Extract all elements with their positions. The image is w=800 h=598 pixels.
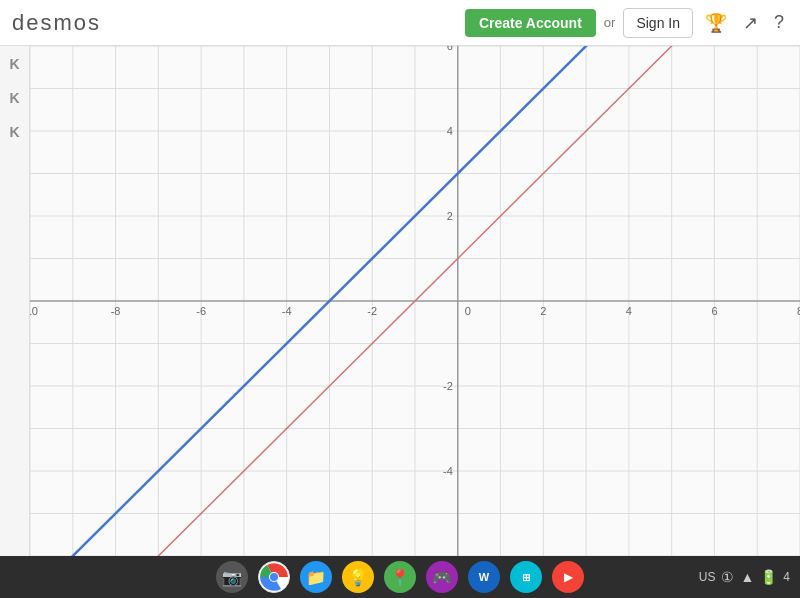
taskbar-idea-icon[interactable]: 💡	[342, 561, 374, 593]
trophy-icon[interactable]: 🏆	[701, 8, 731, 38]
taskbar-win-icon[interactable]: ⊞	[510, 561, 542, 593]
main-area: K K K	[0, 46, 800, 556]
header: desmos Create Account or Sign In 🏆 ↗ ?	[0, 0, 800, 46]
taskbar-maps-icon[interactable]: 📍	[384, 561, 416, 593]
taskbar-time: 4	[783, 570, 790, 584]
left-panel: K K K	[0, 46, 30, 556]
taskbar-camera-icon[interactable]: 📷	[216, 561, 248, 593]
taskbar-us-label: US	[699, 570, 716, 584]
taskbar-chrome-icon[interactable]	[258, 561, 290, 593]
graph-canvas	[30, 46, 800, 556]
left-icon-1[interactable]: K	[9, 56, 19, 72]
left-icon-2[interactable]: K	[9, 90, 19, 106]
or-label: or	[604, 15, 616, 30]
help-icon[interactable]: ?	[770, 8, 788, 37]
taskbar-right: US ① ▲ 🔋 4	[699, 569, 790, 585]
left-icon-3[interactable]: K	[9, 124, 19, 140]
taskbar-files-icon[interactable]: 📁	[300, 561, 332, 593]
taskbar: 📷 📁 💡 📍 🎮 W ⊞ ▶ US ① ▲ 🔋 4	[0, 556, 800, 598]
taskbar-office-icon[interactable]: W	[468, 561, 500, 593]
taskbar-youtube-icon[interactable]: ▶	[552, 561, 584, 593]
graph-area[interactable]	[30, 46, 800, 556]
taskbar-misc-icon[interactable]: 🎮	[426, 561, 458, 593]
header-right: Create Account or Sign In 🏆 ↗ ?	[465, 8, 788, 38]
share-icon[interactable]: ↗	[739, 8, 762, 38]
create-account-button[interactable]: Create Account	[465, 9, 596, 37]
taskbar-battery-icon: 🔋	[760, 569, 777, 585]
svg-point-2	[270, 573, 278, 581]
sign-in-button[interactable]: Sign In	[623, 8, 693, 38]
taskbar-wifi-icon: ▲	[740, 569, 754, 585]
desmos-logo: desmos	[12, 10, 101, 36]
taskbar-network-icon: ①	[721, 569, 734, 585]
